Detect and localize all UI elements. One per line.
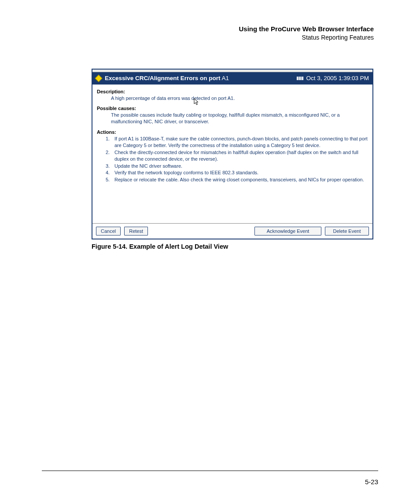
dialog-title: Excessive CRC/Alignment Errors on port A… bbox=[105, 75, 297, 81]
dialog-timestamp: Oct 3, 2005 1:39:03 PM bbox=[306, 75, 369, 81]
causes-heading: Possible causes: bbox=[97, 106, 368, 111]
description-heading: Description: bbox=[97, 89, 368, 94]
header-subtitle: Status Reporting Features bbox=[42, 33, 374, 42]
action-number: 2. bbox=[106, 149, 114, 162]
dialog-body: Description: A high percentage of data e… bbox=[92, 85, 372, 223]
alert-detail-dialog: Excessive CRC/Alignment Errors on port A… bbox=[92, 69, 373, 239]
page-rule bbox=[42, 471, 378, 471]
dialog-footer: Cancel Retest Acknowledge Event Delete E… bbox=[92, 223, 372, 239]
action-text: Check the directly-connected device for … bbox=[114, 149, 368, 162]
action-number: 4. bbox=[106, 169, 114, 176]
action-text: If port A1 is 100Base-T, make sure the c… bbox=[114, 136, 368, 149]
page-number: 5-23 bbox=[365, 478, 378, 486]
action-number: 3. bbox=[106, 163, 114, 169]
action-number: 1. bbox=[106, 136, 114, 149]
action-text: Verify that the network topology conform… bbox=[114, 169, 368, 176]
action-item: 5. Replace or relocate the cable. Also c… bbox=[106, 177, 368, 183]
cancel-button[interactable]: Cancel bbox=[96, 227, 121, 235]
actions-list: 1. If port A1 is 100Base-T, make sure th… bbox=[106, 136, 368, 183]
figure-caption: Figure 5-14. Example of Alert Log Detail… bbox=[92, 243, 378, 250]
action-item: 1. If port A1 is 100Base-T, make sure th… bbox=[106, 136, 368, 149]
action-item: 2. Check the directly-connected device f… bbox=[106, 149, 368, 162]
action-item: 3. Update the NIC driver software. bbox=[106, 163, 368, 169]
page-header: Using the ProCurve Web Browser Interface… bbox=[42, 24, 374, 42]
action-text: Update the NIC driver software. bbox=[114, 163, 368, 169]
warning-diamond-icon bbox=[95, 74, 103, 82]
dialog-title-main: Excessive CRC/Alignment Errors on port bbox=[105, 75, 221, 81]
actions-heading: Actions: bbox=[97, 129, 368, 135]
causes-text: The possible causes include faulty cabli… bbox=[111, 112, 368, 125]
header-title: Using the ProCurve Web Browser Interface bbox=[42, 24, 374, 33]
acknowledge-event-button[interactable]: Acknowledge Event bbox=[254, 227, 321, 235]
dialog-title-port: A1 bbox=[221, 75, 229, 81]
action-item: 4. Verify that the network topology conf… bbox=[106, 169, 368, 176]
status-bars-icon bbox=[297, 77, 303, 80]
retest-button[interactable]: Retest bbox=[124, 227, 148, 235]
action-number: 5. bbox=[106, 177, 114, 183]
dialog-titlebar: Excessive CRC/Alignment Errors on port A… bbox=[92, 72, 372, 85]
delete-event-button[interactable]: Delete Event bbox=[325, 227, 369, 235]
description-text: A high percentage of data errors was det… bbox=[111, 95, 368, 102]
action-text: Replace or relocate the cable. Also chec… bbox=[114, 177, 368, 183]
